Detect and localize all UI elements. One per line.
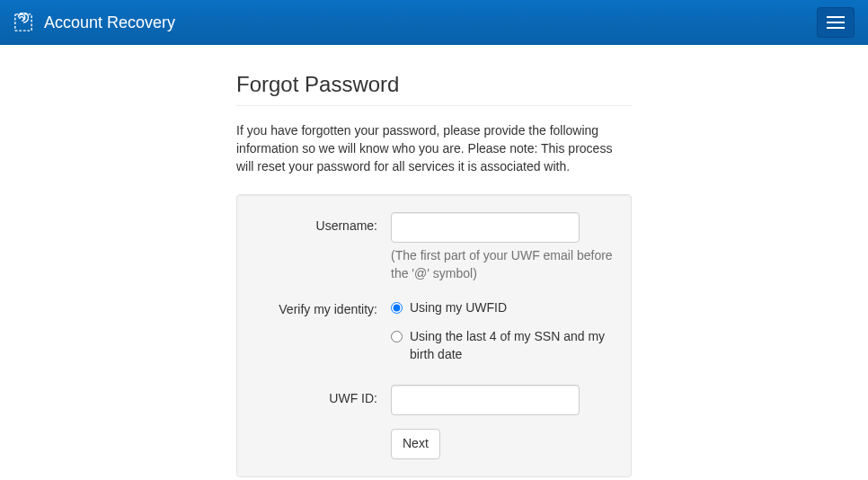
uwfid-input[interactable] [391, 385, 580, 415]
uwfid-group: UWF ID: [254, 385, 614, 415]
username-group: Username: (The first part of your UWF em… [254, 212, 614, 283]
radio-uwfid: Using my UWFID [391, 296, 614, 317]
username-help: (The first part of your UWF email before… [391, 247, 614, 283]
uwfid-label: UWF ID: [254, 385, 391, 415]
nautilus-icon [13, 13, 33, 32]
radio-uwfid-input[interactable] [391, 302, 403, 314]
navbar: Account Recovery [0, 0, 868, 45]
main-content: Forgot Password If you have forgotten yo… [223, 45, 645, 480]
next-button[interactable]: Next [391, 429, 440, 459]
radio-ssn: Using the last 4 of my SSN and my birth … [391, 324, 614, 364]
intro-text: If you have forgotten your password, ple… [236, 122, 632, 176]
radio-ssn-input[interactable] [391, 331, 403, 342]
verify-label: Verify my identity: [254, 296, 391, 371]
radio-ssn-label[interactable]: Using the last 4 of my SSN and my birth … [410, 328, 607, 364]
form-well: Username: (The first part of your UWF em… [236, 194, 632, 477]
page-title: Forgot Password [236, 72, 632, 106]
username-label: Username: [254, 212, 391, 283]
verify-group: Verify my identity: Using my UWFID Using… [254, 296, 614, 371]
navbar-brand: Account Recovery [13, 13, 175, 32]
radio-uwfid-label[interactable]: Using my UWFID [410, 299, 507, 317]
hamburger-icon [827, 16, 845, 18]
username-input[interactable] [391, 212, 580, 243]
navbar-title: Account Recovery [44, 13, 175, 32]
submit-group: Next [254, 429, 614, 459]
menu-toggle-button[interactable] [817, 7, 855, 38]
